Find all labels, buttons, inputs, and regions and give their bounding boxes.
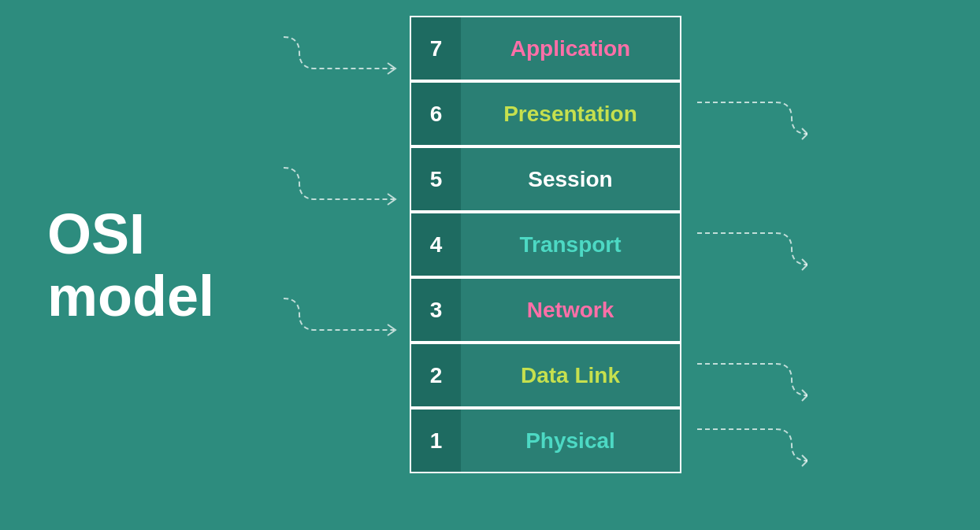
osi-title: OSI model — [47, 202, 214, 327]
layer-row-5: 5Session — [410, 146, 681, 212]
layer-number-4: 4 — [410, 212, 461, 277]
layer-number-6: 6 — [410, 81, 461, 146]
layer-number-5: 5 — [410, 146, 461, 212]
layer-row-6: 6Presentation — [410, 81, 681, 146]
layer-name-7: Application — [461, 16, 681, 81]
layer-number-1: 1 — [410, 408, 461, 473]
right-arrow-6 — [685, 91, 807, 138]
layer-name-5: Session — [461, 146, 681, 212]
left-arrow-5 — [284, 156, 406, 203]
title-line2: model — [47, 265, 214, 328]
layer-row-4: 4Transport — [410, 212, 681, 277]
right-arrow-1 — [685, 417, 807, 465]
layer-name-2: Data Link — [461, 343, 681, 408]
layer-row-7: 7Application — [410, 16, 681, 81]
layer-name-3: Network — [461, 277, 681, 343]
left-arrow-3 — [284, 287, 406, 334]
layer-name-4: Transport — [461, 212, 681, 277]
layer-row-2: 2Data Link — [410, 343, 681, 408]
layer-row-3: 3Network — [410, 277, 681, 343]
right-arrow-2 — [685, 352, 807, 399]
left-arrow-7 — [284, 25, 406, 72]
title-line1: OSI — [47, 202, 214, 265]
layer-number-2: 2 — [410, 343, 461, 408]
layer-number-3: 3 — [410, 277, 461, 343]
layer-number-7: 7 — [410, 16, 461, 81]
layer-name-6: Presentation — [461, 81, 681, 146]
layer-row-1: 1Physical — [410, 408, 681, 473]
right-arrow-4 — [685, 221, 807, 269]
osi-diagram: 7Application6Presentation 5Session4Trans… — [410, 16, 681, 473]
layer-name-1: Physical — [461, 408, 681, 473]
